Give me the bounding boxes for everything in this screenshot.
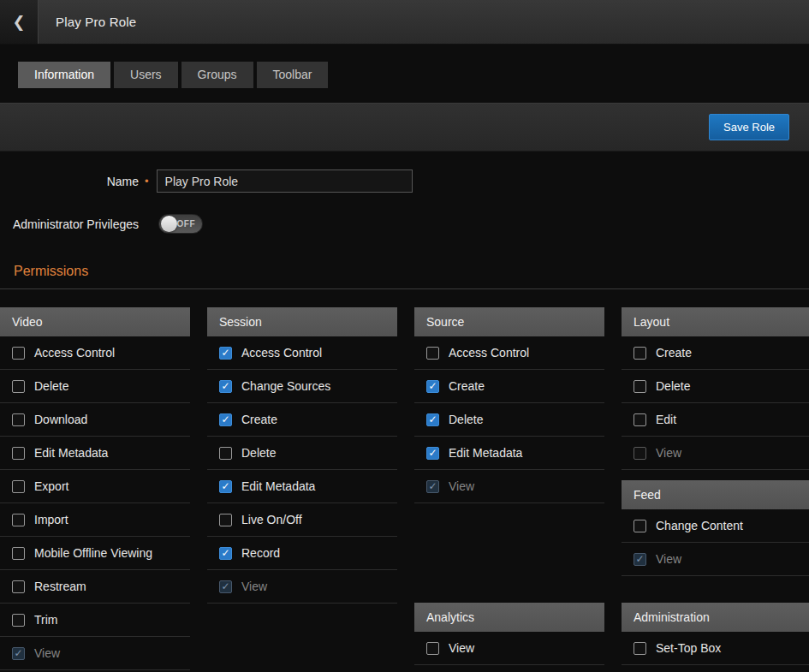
- tab-toolbar[interactable]: Toolbar: [257, 62, 329, 88]
- permission-label: Delete: [34, 379, 68, 393]
- checkbox-unchecked-icon[interactable]: [426, 347, 439, 360]
- permission-row[interactable]: Change Content: [622, 509, 809, 543]
- section-divider: [0, 288, 809, 289]
- permission-row[interactable]: Set-Top Box: [622, 632, 809, 665]
- permission-label: Delete: [241, 446, 276, 460]
- permission-row[interactable]: Import: [0, 503, 190, 537]
- permission-group-header: Administration: [622, 603, 809, 632]
- required-marker: •: [145, 175, 149, 187]
- checkbox-checked-icon[interactable]: ✓: [426, 413, 439, 426]
- permissions-column: VideoAccess ControlDeleteDownloadEdit Me…: [0, 307, 190, 670]
- permission-row[interactable]: Live On/Off: [207, 503, 397, 537]
- permissions-column: SourceAccess Control✓Create✓Delete✓Edit …: [414, 307, 604, 665]
- permission-row[interactable]: Create: [622, 336, 809, 370]
- permission-group: AdministrationSet-Top Box: [622, 603, 809, 665]
- permission-row[interactable]: ✓Change Sources: [207, 370, 397, 403]
- tab-bar: Information Users Groups Toolbar: [18, 62, 809, 88]
- toggle-knob-icon: [161, 216, 177, 232]
- permission-row[interactable]: ✓Record: [207, 537, 397, 570]
- checkbox-unchecked-icon[interactable]: [219, 514, 232, 526]
- permission-row[interactable]: ✓Edit Metadata: [414, 437, 604, 470]
- permission-row[interactable]: View: [414, 632, 604, 665]
- save-role-button[interactable]: Save Role: [709, 114, 789, 140]
- permission-row[interactable]: Delete: [0, 370, 190, 403]
- checkbox-unchecked-icon[interactable]: [634, 347, 646, 360]
- permission-row[interactable]: Mobile Offline Viewing: [0, 537, 190, 570]
- checkbox-checked-icon[interactable]: ✓: [219, 380, 232, 393]
- checkbox-checked-icon[interactable]: ✓: [426, 447, 439, 460]
- checkbox-checked-icon[interactable]: ✓: [219, 480, 232, 493]
- permission-label: View: [449, 479, 474, 493]
- permission-label: Record: [241, 546, 280, 560]
- checkbox-unchecked-icon[interactable]: [12, 614, 25, 627]
- checkbox-unchecked-icon[interactable]: [634, 520, 646, 532]
- permission-label: Set-Top Box: [656, 641, 721, 655]
- permission-row[interactable]: Access Control: [0, 336, 190, 370]
- permission-row[interactable]: ✓Access Control: [207, 336, 397, 370]
- permission-row[interactable]: Export: [0, 470, 190, 503]
- permission-row[interactable]: ✓Create: [207, 403, 397, 437]
- checkbox-checked-icon: ✓: [426, 480, 439, 493]
- permission-label: View: [449, 641, 474, 655]
- checkbox-unchecked-icon[interactable]: [12, 514, 25, 526]
- checkbox-unchecked-icon[interactable]: [634, 380, 646, 393]
- permission-label: Edit Metadata: [241, 479, 315, 493]
- checkbox-checked-icon[interactable]: ✓: [426, 380, 439, 393]
- role-name-input[interactable]: [157, 169, 413, 193]
- permission-group-header: Session: [207, 307, 397, 336]
- permission-label: Download: [34, 413, 87, 426]
- permission-row[interactable]: ✓Edit Metadata: [207, 470, 397, 503]
- permission-row[interactable]: Access Control: [414, 336, 604, 370]
- permission-row[interactable]: Download: [0, 403, 190, 437]
- checkbox-unchecked-icon[interactable]: [12, 480, 25, 493]
- permission-label: Change Content: [656, 519, 743, 532]
- permission-row[interactable]: Delete: [622, 370, 809, 403]
- back-button[interactable]: ❮: [0, 0, 39, 44]
- permission-label: Trim: [34, 613, 57, 627]
- permission-label: Create: [449, 379, 485, 393]
- checkbox-unchecked-icon[interactable]: [12, 380, 25, 393]
- permission-group-header: Source: [414, 307, 604, 336]
- name-label: Name: [0, 175, 139, 188]
- checkbox-unchecked-icon[interactable]: [426, 642, 439, 655]
- checkbox-unchecked-icon[interactable]: [12, 347, 25, 360]
- permission-row[interactable]: Trim: [0, 604, 190, 637]
- permission-label: Create: [241, 413, 277, 426]
- tab-groups[interactable]: Groups: [181, 62, 253, 88]
- checkbox-checked-icon[interactable]: ✓: [219, 347, 232, 360]
- admin-privileges-toggle[interactable]: OFF: [158, 214, 203, 234]
- checkbox-unchecked-icon[interactable]: [12, 447, 25, 460]
- permissions-column: Session✓Access Control✓Change Sources✓Cr…: [207, 307, 397, 604]
- chevron-left-icon: ❮: [12, 13, 25, 32]
- permission-row[interactable]: Edit: [622, 403, 809, 437]
- permission-label: Access Control: [449, 346, 529, 360]
- admin-privileges-label: Administrator Privileges: [0, 217, 139, 231]
- permission-row[interactable]: Edit Metadata: [0, 437, 190, 470]
- tab-information[interactable]: Information: [18, 62, 110, 88]
- checkbox-unchecked-icon[interactable]: [634, 642, 646, 655]
- permission-row: ✓View: [622, 543, 809, 576]
- admin-privileges-row: Administrator Privileges OFF: [0, 214, 809, 234]
- checkbox-unchecked-icon[interactable]: [634, 413, 646, 426]
- permission-label: View: [34, 646, 60, 660]
- checkbox-checked-icon[interactable]: ✓: [219, 547, 232, 560]
- tab-users[interactable]: Users: [114, 62, 178, 88]
- checkbox-unchecked-icon[interactable]: [219, 447, 232, 460]
- permission-label: Live On/Off: [241, 513, 302, 526]
- name-row: Name •: [0, 169, 809, 193]
- permission-row[interactable]: Delete: [207, 437, 397, 470]
- permission-group: AnalyticsView: [414, 603, 604, 665]
- permission-row[interactable]: Restream: [0, 570, 190, 604]
- permission-group: SourceAccess Control✓Create✓Delete✓Edit …: [414, 307, 604, 503]
- checkbox-unchecked-icon[interactable]: [12, 580, 25, 593]
- permissions-column: LayoutCreateDeleteEditViewFeedChange Con…: [622, 307, 809, 665]
- checkbox-unchecked-icon[interactable]: [12, 413, 25, 426]
- permission-label: Edit Metadata: [449, 446, 522, 460]
- checkbox-unchecked-icon[interactable]: [12, 547, 25, 560]
- permission-group-header: Analytics: [414, 603, 604, 632]
- checkbox-checked-icon[interactable]: ✓: [219, 413, 232, 426]
- permission-label: View: [241, 580, 267, 593]
- permission-row[interactable]: ✓Delete: [414, 403, 604, 437]
- permission-row[interactable]: ✓Create: [414, 370, 604, 403]
- permission-label: Delete: [449, 413, 483, 426]
